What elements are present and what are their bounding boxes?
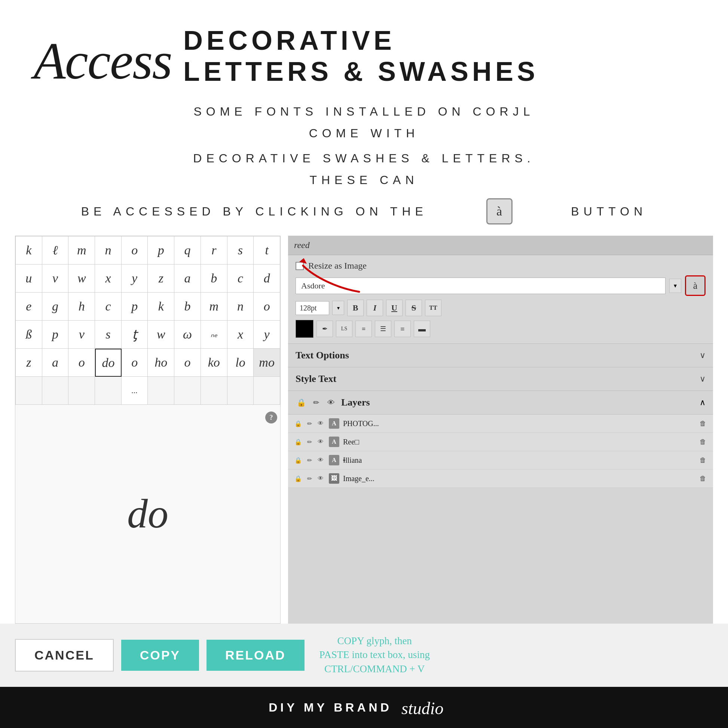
- copy-button[interactable]: COPY: [121, 640, 199, 671]
- glyph-cell[interactable]: h: [69, 292, 95, 321]
- justify-button[interactable]: ▬: [414, 321, 430, 337]
- glyph-cell[interactable]: a: [174, 265, 201, 292]
- tt-button[interactable]: TT: [425, 300, 442, 316]
- font-dropdown[interactable]: Asdore: [295, 278, 665, 294]
- glyph-cell[interactable]: ω: [174, 321, 201, 349]
- glyph-cell[interactable]: ƫ: [122, 321, 148, 349]
- glyph-cell[interactable]: g: [42, 292, 69, 321]
- layer-delete-button[interactable]: 🗑: [699, 419, 707, 428]
- glyph-cell[interactable]: q: [174, 236, 201, 265]
- glyph-cell[interactable]: v: [69, 321, 95, 349]
- glyph-cell[interactable]: p: [42, 321, 69, 349]
- glyph-cell[interactable]: ho: [148, 349, 174, 377]
- glyph-cell[interactable]: s: [228, 236, 254, 265]
- glyph-cell[interactable]: v: [42, 265, 69, 292]
- layer-pencil-icon[interactable]: ✏: [305, 419, 314, 428]
- glyph-cell[interactable]: m: [201, 292, 228, 321]
- italic-button[interactable]: I: [367, 300, 383, 316]
- glyph-cell[interactable]: w: [69, 265, 95, 292]
- glyph-cell[interactable]: ₙₑ: [201, 321, 228, 349]
- glyph-cell[interactable]: ...: [122, 377, 148, 405]
- layer-pencil-icon[interactable]: ✏: [305, 474, 314, 483]
- glyph-cell[interactable]: b: [174, 292, 201, 321]
- font-dropdown-chevron[interactable]: ▾: [669, 279, 681, 293]
- glyph-cell[interactable]: lo: [228, 349, 254, 377]
- glyph-cell[interactable]: [95, 377, 122, 405]
- glyph-cell[interactable]: x: [95, 265, 122, 292]
- glyph-cell[interactable]: u: [16, 265, 42, 292]
- ls-button[interactable]: LS: [336, 321, 352, 337]
- layer-pencil-icon[interactable]: ✏: [305, 456, 314, 465]
- glyph-cell[interactable]: o: [174, 349, 201, 377]
- glyph-cell[interactable]: [16, 377, 42, 405]
- glyph-cell-selected[interactable]: do: [95, 349, 122, 377]
- size-dropdown-chevron[interactable]: ▾: [332, 301, 344, 315]
- font-size-dropdown[interactable]: 128pt: [295, 301, 329, 315]
- reload-button[interactable]: RELOAD: [206, 640, 304, 671]
- glyph-cell[interactable]: [148, 377, 174, 405]
- align-left-button[interactable]: ≡: [355, 321, 372, 337]
- layer-delete-button[interactable]: 🗑: [699, 474, 707, 483]
- glyph-cell[interactable]: [254, 377, 280, 405]
- glyph-cell[interactable]: z: [148, 265, 174, 292]
- align-center-button[interactable]: ☰: [375, 321, 391, 337]
- glyph-cell[interactable]: [174, 377, 201, 405]
- layer-delete-button[interactable]: 🗑: [699, 437, 707, 446]
- lock-icon[interactable]: 🔒: [295, 397, 307, 408]
- glyph-cell[interactable]: ß: [16, 321, 42, 349]
- eyedropper-button[interactable]: ✒: [317, 321, 333, 337]
- layers-chevron-up[interactable]: ∧: [700, 398, 705, 407]
- eye-icon[interactable]: 👁: [326, 397, 337, 408]
- glyph-cell[interactable]: z: [16, 349, 42, 377]
- glyph-cell[interactable]: e: [16, 292, 42, 321]
- layer-lock-icon[interactable]: 🔒: [294, 419, 303, 428]
- glyph-cell[interactable]: a: [42, 349, 69, 377]
- glyph-cell[interactable]: k: [16, 236, 42, 265]
- glyph-cell[interactable]: c: [228, 265, 254, 292]
- glyph-cell[interactable]: k: [148, 292, 174, 321]
- glyph-cell[interactable]: p: [148, 236, 174, 265]
- strikethrough-button[interactable]: S: [405, 300, 422, 316]
- glyph-cell[interactable]: [228, 377, 254, 405]
- layer-lock-icon[interactable]: 🔒: [294, 474, 303, 483]
- underline-button[interactable]: U: [386, 300, 402, 316]
- glyph-cell[interactable]: o: [122, 349, 148, 377]
- glyph-cell[interactable]: p: [122, 292, 148, 321]
- layer-delete-button[interactable]: 🗑: [699, 456, 707, 465]
- layer-eye-icon[interactable]: 👁: [316, 437, 325, 446]
- layer-pencil-icon[interactable]: ✏: [305, 437, 314, 446]
- align-right-button[interactable]: ≡: [394, 321, 411, 337]
- glyph-cell[interactable]: n: [228, 292, 254, 321]
- glyph-cell[interactable]: y: [254, 321, 280, 349]
- layer-eye-icon[interactable]: 👁: [316, 456, 325, 465]
- glyph-cell[interactable]: s: [95, 321, 122, 349]
- glyph-cell[interactable]: o: [122, 236, 148, 265]
- glyph-cell[interactable]: o: [69, 349, 95, 377]
- glyph-cell[interactable]: mo: [254, 349, 280, 377]
- glyph-cell[interactable]: w: [148, 321, 174, 349]
- accent-glyph-button[interactable]: à: [685, 275, 705, 296]
- glyph-cell[interactable]: o: [254, 292, 280, 321]
- glyph-cell[interactable]: ℓ: [42, 236, 69, 265]
- style-text-section[interactable]: Style Text ∨: [288, 367, 713, 391]
- color-swatch[interactable]: [295, 320, 314, 338]
- cancel-button[interactable]: CANCEL: [15, 639, 114, 671]
- bold-button[interactable]: B: [347, 300, 364, 316]
- glyph-cell[interactable]: y: [122, 265, 148, 292]
- glyph-cell[interactable]: n: [95, 236, 122, 265]
- glyph-cell[interactable]: [42, 377, 69, 405]
- glyph-cell[interactable]: [69, 377, 95, 405]
- layer-lock-icon[interactable]: 🔒: [294, 437, 303, 446]
- glyph-cell[interactable]: t: [254, 236, 280, 265]
- glyph-cell[interactable]: c: [95, 292, 122, 321]
- layer-eye-icon[interactable]: 👁: [316, 474, 325, 483]
- glyph-cell[interactable]: r: [201, 236, 228, 265]
- layer-lock-icon[interactable]: 🔒: [294, 456, 303, 465]
- glyph-cell[interactable]: x: [228, 321, 254, 349]
- text-options-section[interactable]: Text Options ∨: [288, 344, 713, 367]
- glyph-cell[interactable]: d: [254, 265, 280, 292]
- pencil-icon[interactable]: ✏: [310, 397, 322, 408]
- layer-eye-icon[interactable]: 👁: [316, 419, 325, 428]
- glyph-cell[interactable]: m: [69, 236, 95, 265]
- glyph-cell[interactable]: [201, 377, 228, 405]
